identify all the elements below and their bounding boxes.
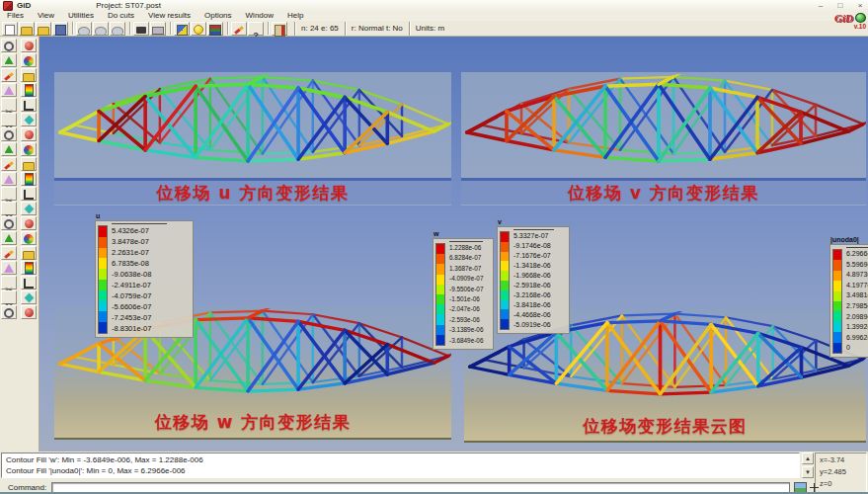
import-icon[interactable]	[36, 22, 51, 36]
legend-value: 5.4326e-07	[108, 225, 191, 236]
app-icon	[3, 1, 13, 11]
point-icon[interactable]	[21, 172, 37, 186]
animate-icon[interactable]	[1, 290, 17, 304]
command-row: Command:	[0, 481, 868, 494]
volume-icon[interactable]	[1, 172, 17, 186]
paint-icon[interactable]	[174, 22, 190, 36]
materials-icon[interactable]	[207, 22, 223, 36]
list-icon[interactable]	[21, 113, 37, 126]
axes-icon[interactable]	[21, 98, 37, 112]
nurbs-line-icon[interactable]	[21, 142, 37, 156]
close-button[interactable]: ×	[855, 0, 865, 11]
contour-scale-icon[interactable]	[21, 187, 37, 201]
zoom-frame-icon[interactable]	[1, 53, 17, 67]
print-icon[interactable]	[150, 22, 166, 36]
command-input[interactable]	[51, 482, 790, 494]
label-icon[interactable]	[1, 113, 17, 126]
smooth-contour-icon[interactable]	[21, 246, 37, 260]
menu-item[interactable]: Options	[197, 11, 239, 21]
menu-item[interactable]: Do cuts	[101, 11, 141, 21]
legend-value: 3.4981e-06	[842, 290, 868, 301]
menu-item[interactable]: Window	[239, 11, 280, 21]
command-label: Command:	[8, 483, 46, 492]
preferences-icon[interactable]	[1, 305, 17, 319]
annotate-icon[interactable]	[231, 22, 247, 36]
legend-value: -5.6606e-07	[108, 301, 191, 312]
legend-value: -3.6849e-06	[445, 336, 491, 346]
line-icon[interactable]	[1, 127, 17, 141]
results-icon[interactable]	[21, 305, 37, 319]
zoom-frame-icon[interactable]	[110, 22, 125, 36]
open-project-icon[interactable]	[19, 22, 35, 36]
legend-value: -1.501e-06	[445, 294, 491, 304]
minimize-button[interactable]: –	[816, 0, 826, 11]
diamond-icon[interactable]	[21, 202, 37, 215]
legend-value: 1.3687e-07	[445, 264, 491, 274]
snapshot-icon[interactable]	[133, 22, 149, 36]
legend-value: 5.3327e-07	[510, 231, 567, 241]
vectors-icon[interactable]	[1, 261, 17, 275]
polyline-icon[interactable]	[21, 127, 37, 141]
panel-caption-cloud: 位移场变形结果云图	[583, 416, 748, 436]
crosshair-icon[interactable]	[809, 482, 820, 493]
mesh-stats-field: n: 24 e: 65	[294, 22, 345, 36]
rotate-icon[interactable]	[1, 68, 17, 82]
render-sphere-icon[interactable]	[21, 39, 37, 52]
menu-item[interactable]: Utilities	[61, 11, 101, 21]
legend-value: -7.1676e-07	[510, 251, 567, 261]
mirror-icon[interactable]	[21, 231, 37, 245]
exit-icon[interactable]	[272, 22, 287, 36]
redraw-icon[interactable]	[21, 53, 37, 67]
cut-plane-icon[interactable]	[1, 276, 17, 289]
menu-item[interactable]: Files	[0, 11, 31, 21]
caption-strip: 位移场 u 方向变形结果	[54, 178, 451, 205]
arc-icon[interactable]	[1, 142, 17, 156]
legend-value: 3.8478e-07	[108, 236, 191, 247]
legend-value: 1.3992e-06	[842, 322, 868, 333]
legend-value: -5.0919e-06	[510, 320, 567, 330]
coord-x: x=-3.74	[820, 454, 866, 466]
toolbar-separator	[72, 22, 73, 35]
viewport-canvas[interactable]: 位移场 u 方向变形结果 位移场 v 方向变形结果 位移场 w 方向变形结果 位…	[39, 37, 868, 452]
legend-title: w	[434, 230, 494, 237]
menu-item[interactable]: View	[31, 11, 61, 21]
scroll-up-icon[interactable]: ▲	[802, 453, 814, 464]
new-file-icon[interactable]	[2, 22, 18, 36]
zoom-cloud-icon[interactable]	[21, 83, 37, 97]
zoom-out-icon[interactable]	[93, 22, 109, 36]
delete-icon[interactable]	[1, 216, 17, 230]
scroll-down-icon[interactable]: ▼	[802, 466, 814, 478]
surface-icon[interactable]	[1, 157, 17, 171]
help-icon[interactable]	[248, 22, 264, 36]
legend-value: -2.047e-06	[445, 304, 491, 314]
cut-scissors-icon[interactable]	[1, 187, 17, 201]
legend-value: -2.593e-06	[445, 315, 491, 325]
iso-surfaces-icon[interactable]	[21, 261, 37, 275]
legend-value: -9.1746e-08	[510, 241, 567, 251]
nurbs-surface-icon[interactable]	[21, 157, 37, 171]
menu-item[interactable]: Help	[280, 11, 310, 21]
result-panel-u: 位移场 u 方向变形结果	[54, 72, 451, 206]
contour-fill-icon[interactable]	[1, 246, 17, 260]
layers-icon[interactable]	[21, 290, 37, 304]
color-wheel-icon[interactable]	[1, 83, 17, 97]
toolbar-separator	[129, 22, 130, 35]
zoom-in-icon[interactable]	[76, 22, 92, 36]
legend-maxline	[513, 229, 554, 230]
move-icon[interactable]	[21, 216, 37, 230]
copy-icon[interactable]	[1, 231, 17, 245]
save-icon[interactable]	[52, 22, 68, 36]
legend-title: u	[96, 212, 194, 219]
annotate-pen-icon[interactable]	[1, 98, 17, 112]
panel-caption-u: 位移场 u 方向变形结果	[157, 182, 350, 205]
legend-value: -3.8418e-06	[510, 300, 567, 310]
image-tool-icon[interactable]	[794, 482, 807, 493]
zoom-in-icon[interactable]	[1, 39, 17, 52]
lightbulb-icon[interactable]	[191, 22, 206, 36]
view-xy-icon[interactable]	[1, 202, 17, 215]
graphs-icon[interactable]	[21, 276, 37, 289]
legend-value: 2.0989e-06	[842, 312, 868, 323]
maximize-button[interactable]: □	[835, 0, 845, 11]
menu-item[interactable]: View results	[141, 11, 197, 21]
pan-icon[interactable]	[21, 68, 37, 82]
